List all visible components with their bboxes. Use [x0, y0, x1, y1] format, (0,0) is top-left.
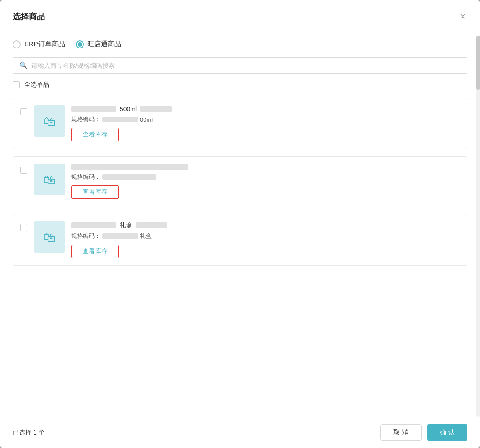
- product-3-checkbox-wrap: [20, 224, 27, 231]
- dialog: 选择商品 × ERP订单商品 旺店通商品 🔍: [0, 0, 480, 448]
- select-all-row: 全选单品: [13, 81, 467, 89]
- product-card-2: 🛍 规格编码： 查看库存: [13, 156, 467, 206]
- product-3-thumb: 🛍: [34, 221, 65, 253]
- product-3-name-row: 礼盒: [71, 221, 460, 229]
- select-all-label: 全选单品: [24, 81, 49, 89]
- product-1-name-text: 500ml: [120, 105, 137, 113]
- product-row-2: 🛍 规格编码： 查看库存: [20, 164, 460, 199]
- dialog-overlay: 选择商品 × ERP订单商品 旺店通商品 🔍: [0, 0, 480, 448]
- product-2-checkbox-wrap: [20, 167, 27, 174]
- product-3-name-blur: [71, 222, 116, 228]
- product-2-name-blur: [71, 164, 188, 170]
- view-stock-btn-1[interactable]: 查看库存: [71, 128, 119, 141]
- close-button[interactable]: ×: [458, 10, 467, 23]
- radio-group: ERP订单商品 旺店通商品: [13, 40, 467, 48]
- dialog-body: ERP订单商品 旺店通商品 🔍 全选单品: [0, 31, 480, 417]
- bag-icon-3: 🛍: [43, 230, 56, 245]
- dialog-title: 选择商品: [13, 11, 45, 22]
- product-1-sku-row: 规格编码： 00ml: [71, 115, 460, 123]
- product-2-checkbox[interactable]: [20, 167, 27, 174]
- product-3-sku-row: 规格编码： 礼盒: [71, 232, 460, 240]
- product-3-name-text: 礼盒: [120, 221, 132, 229]
- radio-erp-circle: [13, 40, 21, 48]
- confirm-button[interactable]: 确 认: [427, 424, 467, 441]
- bag-icon-2: 🛍: [43, 172, 56, 187]
- product-1-name-blur2: [140, 106, 172, 112]
- product-3-sku-label: 规格编码：: [71, 232, 100, 240]
- product-1-sku-label: 规格编码：: [71, 115, 100, 123]
- product-card-1: 🛍 500ml 规格编码： 00ml 查看库存: [13, 98, 467, 149]
- radio-erp-label: ERP订单商品: [24, 40, 65, 48]
- product-1-name-blur: [71, 106, 116, 112]
- radio-wdt[interactable]: 旺店通商品: [76, 40, 121, 48]
- search-input[interactable]: [31, 62, 461, 69]
- product-3-sku-suffix: 礼盒: [140, 232, 152, 240]
- bag-icon-1: 🛍: [43, 114, 56, 129]
- product-1-sku-blur: [102, 117, 138, 122]
- product-1-checkbox[interactable]: [20, 108, 27, 115]
- product-2-thumb: 🛍: [34, 164, 65, 195]
- radio-wdt-label: 旺店通商品: [87, 40, 121, 48]
- product-1-info: 500ml 规格编码： 00ml 查看库存: [71, 105, 460, 141]
- product-2-info: 规格编码： 查看库存: [71, 164, 460, 199]
- view-stock-btn-2[interactable]: 查看库存: [71, 185, 119, 199]
- product-2-sku-label: 规格编码：: [71, 173, 100, 181]
- selected-count: 已选择 1 个: [13, 429, 45, 437]
- radio-wdt-circle: [76, 40, 84, 48]
- product-1-name-row: 500ml: [71, 105, 460, 113]
- dialog-footer: 已选择 1 个 取 消 确 认: [0, 417, 480, 448]
- scrollbar-thumb[interactable]: [476, 36, 480, 90]
- product-1-thumb: 🛍: [34, 105, 65, 137]
- product-1-checkbox-wrap: [20, 108, 27, 115]
- product-row-3: 🛍 礼盒 规格编码： 礼盒 查看库存: [20, 221, 460, 258]
- view-stock-btn-3[interactable]: 查看库存: [71, 245, 119, 258]
- product-row-1: 🛍 500ml 规格编码： 00ml 查看库存: [20, 105, 460, 141]
- cancel-button[interactable]: 取 消: [380, 424, 422, 441]
- select-all-checkbox[interactable]: [13, 81, 20, 88]
- product-3-sku-blur: [102, 233, 138, 239]
- search-box: 🔍: [13, 57, 467, 74]
- product-2-sku-row: 规格编码：: [71, 173, 460, 181]
- footer-actions: 取 消 确 认: [380, 424, 467, 441]
- product-2-name-row: [71, 164, 460, 170]
- product-1-sku-suffix: 00ml: [140, 116, 153, 123]
- product-3-name-blur2: [136, 222, 167, 228]
- product-3-checkbox[interactable]: [20, 224, 27, 231]
- scrollbar-track[interactable]: [476, 36, 480, 417]
- product-card-3: 🛍 礼盒 规格编码： 礼盒 查看库存: [13, 214, 467, 266]
- product-2-sku-blur: [102, 174, 156, 180]
- radio-erp[interactable]: ERP订单商品: [13, 40, 65, 48]
- dialog-header: 选择商品 ×: [0, 0, 480, 31]
- search-icon: 🔍: [19, 61, 28, 70]
- product-3-info: 礼盒 规格编码： 礼盒 查看库存: [71, 221, 460, 258]
